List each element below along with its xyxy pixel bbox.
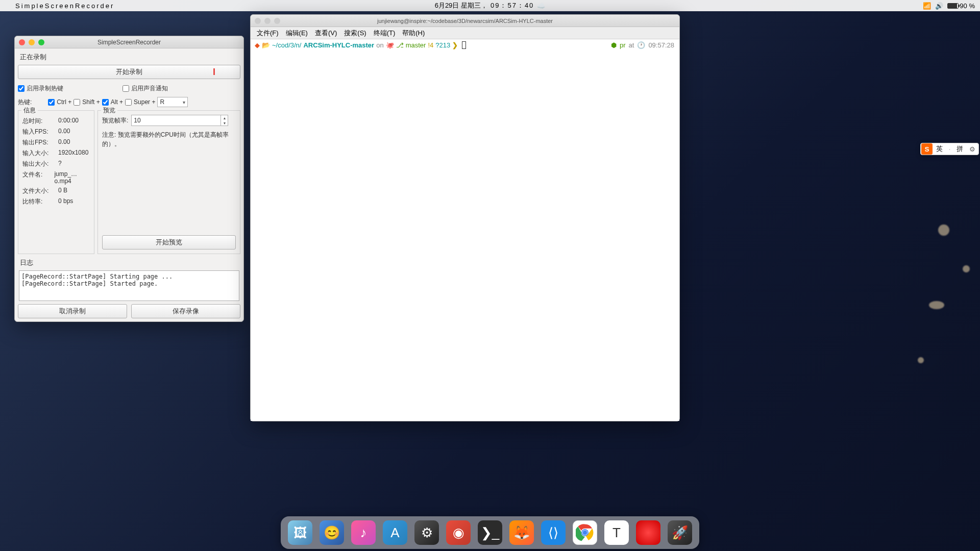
terminal-menubar: 文件(F) 编辑(E) 查看(V) 搜索(S) 终端(T) 帮助(H) (251, 27, 679, 39)
ssr-window: SimpleScreenRecorder 正在录制 开始录制 I 启用录制热键 … (14, 36, 244, 322)
preview-fps-label: 预览帧率: (102, 116, 128, 125)
git-icon: 🐙 (386, 41, 394, 49)
folder-icon: 📂 (262, 41, 270, 49)
dock-launchpad-icon[interactable]: 🚀 (668, 520, 692, 545)
prompt-on: on (376, 41, 383, 49)
spinner-up-icon[interactable]: ▲ (221, 115, 228, 120)
sogou-icon[interactable]: S (921, 143, 933, 155)
size-out-value: ? (58, 160, 62, 168)
dock-finder-icon[interactable]: 😊 (320, 520, 344, 545)
menu-view[interactable]: 查看(V) (312, 28, 340, 39)
spinner-down-icon[interactable]: ▼ (221, 120, 228, 126)
enable-sound-label: 启用声音通知 (131, 84, 168, 93)
start-recording-button[interactable]: 开始录制 I (18, 65, 240, 79)
enable-hotkey-label: 启用录制热键 (27, 84, 63, 93)
terminal-titlebar[interactable]: junjiewang@inspire:~/codebase/3D/newarcs… (251, 15, 679, 27)
text-cursor-icon: I (213, 67, 215, 78)
rprompt-time: 09:57:28 (648, 41, 674, 49)
dock-settings-icon[interactable]: ⚙ (414, 520, 439, 545)
minimize-icon[interactable] (264, 18, 271, 24)
fps-in-value: 0.00 (58, 128, 70, 136)
dock-preview-icon[interactable]: 🖼 (288, 520, 312, 545)
recording-status-label: 正在录制 (15, 48, 243, 62)
log-title: 日志 (15, 257, 243, 268)
menubar: SimpleScreenRecorder 6月29日 星期三， 09：57：40… (0, 0, 980, 11)
close-icon[interactable] (19, 39, 25, 45)
menu-terminal[interactable]: 终端(T) (371, 28, 399, 39)
gear-icon[interactable]: ⚙ (966, 145, 978, 153)
node-icon: ⬢ (611, 41, 617, 49)
ime-mode[interactable]: 拼 (953, 144, 966, 154)
minimize-icon[interactable] (29, 39, 35, 45)
filesize-value: 0 B (58, 187, 67, 195)
dock-chrome-icon[interactable] (573, 520, 597, 545)
dock-firefox-icon[interactable]: 🦊 (509, 520, 534, 545)
ime-bar[interactable]: S 英 ⸱ 拼 ⚙ (920, 143, 979, 155)
dock-record-icon[interactable] (636, 520, 660, 545)
terminal-cursor (462, 41, 466, 49)
info-title: 信息 (21, 106, 38, 115)
prompt-dirty: !4 (428, 41, 433, 49)
start-preview-button[interactable]: 开始预览 (102, 235, 236, 249)
dock-music-icon[interactable]: ♪ (351, 520, 376, 545)
terminal-title: junjiewang@inspire:~/codebase/3D/newarcs… (377, 18, 553, 24)
menubar-date: 6月29日 星期三， (435, 1, 487, 10)
start-recording-label: 开始录制 (116, 67, 142, 77)
prompt-path-prefix: ~/cod/3/n/ (272, 41, 301, 49)
bitrate-value: 0 bps (58, 197, 73, 206)
ssr-title: SimpleScreenRecorder (97, 39, 161, 46)
branch-icon: ⎇ (396, 41, 404, 49)
enable-sound-input[interactable] (122, 85, 129, 92)
enable-hotkey-input[interactable] (18, 85, 24, 92)
weather-icon[interactable]: ☁️ (537, 2, 545, 10)
dock-typora-icon[interactable]: T (604, 520, 629, 545)
terminal-rprompt: ⬢ pr at 🕐 09:57:28 (611, 41, 674, 49)
prompt-arrow-icon: ❯ (452, 41, 458, 49)
terminal-window: junjiewang@inspire:~/codebase/3D/newarcs… (250, 14, 680, 421)
total-time-value: 0:00:00 (58, 117, 79, 126)
ctrl-modifier-checkbox[interactable] (48, 99, 55, 106)
battery-indicator[interactable]: 90 % (947, 2, 975, 10)
super-modifier-checkbox[interactable] (125, 99, 132, 106)
menu-edit[interactable]: 编辑(E) (283, 28, 311, 39)
shift-label: Shift + (82, 98, 100, 106)
prompt-untracked: ?213 (435, 41, 450, 49)
dock-vscode-icon[interactable]: ⟨⟩ (541, 520, 566, 545)
alt-modifier-checkbox[interactable] (102, 99, 109, 106)
menu-help[interactable]: 帮助(H) (399, 28, 428, 39)
dock: 🖼 😊 ♪ A ⚙ ◉ ❯_ 🦊 ⟨⟩ T 🚀 (281, 516, 699, 549)
ubuntu-icon: ◆ (255, 41, 260, 49)
volume-icon[interactable]: 🔊 (935, 2, 943, 10)
clock-icon: 🕐 (637, 41, 645, 49)
dock-netease-icon[interactable]: ◉ (446, 520, 471, 545)
dock-appstore-icon[interactable]: A (383, 520, 407, 545)
menubar-time: 09：57：40 (491, 1, 534, 10)
prompt-repo: ARCSim-HYLC-master (303, 41, 374, 49)
menu-file[interactable]: 文件(F) (254, 28, 282, 39)
cancel-recording-button[interactable]: 取消录制 (18, 304, 127, 318)
alt-label: Alt + (111, 98, 123, 106)
enable-sound-checkbox[interactable]: 启用声音通知 (122, 84, 168, 93)
save-recording-button[interactable]: 保存录像 (131, 304, 240, 318)
menubar-app-name[interactable]: SimpleScreenRecorder (13, 2, 114, 10)
info-panel: 信息 总时间:0:00:00 输入FPS:0.00 输出FPS:0.00 输入大… (18, 110, 94, 254)
battery-percentage: 90 % (960, 2, 975, 10)
ime-lang[interactable]: 英 (933, 144, 946, 154)
maximize-icon[interactable] (38, 39, 44, 45)
preview-fps-spinner[interactable]: 10 ▲▼ (131, 115, 228, 126)
dock-terminal-icon[interactable]: ❯_ (478, 520, 502, 545)
shift-modifier-checkbox[interactable] (74, 99, 80, 106)
preview-title: 预览 (101, 106, 117, 115)
log-textarea[interactable]: [PageRecord::StartPage] Starting page ..… (19, 270, 239, 301)
ssr-titlebar[interactable]: SimpleScreenRecorder (15, 36, 243, 48)
super-label: Super + (134, 98, 155, 106)
filename-value: jump_…o.mp4 (54, 170, 90, 185)
terminal-body[interactable]: ◆ 📂 ~/cod/3/n/ARCSim-HYLC-master on 🐙 ⎇ … (251, 39, 679, 421)
maximize-icon[interactable] (274, 18, 280, 24)
wifi-icon[interactable]: 📶 (923, 2, 931, 10)
enable-hotkey-checkbox[interactable]: 启用录制热键 (18, 84, 63, 93)
menu-search[interactable]: 搜索(S) (341, 28, 369, 39)
close-icon[interactable] (255, 18, 261, 24)
hotkey-key-combo[interactable]: R (157, 97, 188, 107)
ime-separator: ⸱ (946, 145, 953, 153)
